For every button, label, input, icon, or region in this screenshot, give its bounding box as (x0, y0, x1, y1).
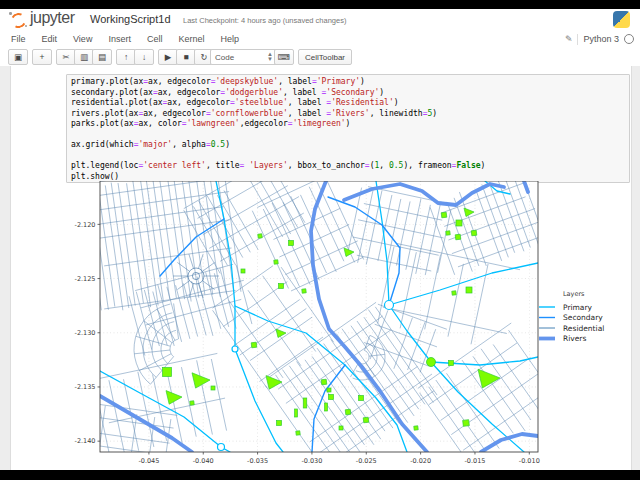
legend-label-rivers: Rivers (563, 334, 586, 343)
kernel-name: Python 3 (583, 34, 619, 44)
axes: -0.045-0.040-0.035-0.030-0.025-0.020-0.0… (75, 181, 562, 471)
y-tick-label: -2.125 (75, 275, 96, 283)
notebook-header: jupyter WorkingScript1d Last Checkpoint:… (0, 9, 640, 31)
keyboard-icon: ⌨ (278, 52, 290, 62)
menu-help[interactable]: Help (220, 34, 239, 44)
cut-cell-button[interactable]: ✂ (56, 49, 76, 65)
x-tick-label: -0.010 (519, 457, 540, 465)
cell-type-select[interactable]: Code ▲▼ (210, 49, 278, 65)
save-button[interactable]: ▣ (8, 49, 28, 65)
code-line: ax.grid(which='major', alpha=0.5) (71, 140, 629, 151)
code-line (71, 130, 629, 141)
y-tick-label: -2.135 (75, 383, 96, 391)
y-tick-label: -2.120 (75, 221, 96, 229)
code-line: primary.plot(ax=ax, edgecolor='deepskybl… (71, 77, 629, 88)
code-line (71, 151, 629, 162)
x-tick-label: -0.020 (410, 457, 431, 465)
run-cell-button[interactable]: ▶ (158, 49, 178, 65)
y-axis: -2.120-2.125-2.130-2.135-2.140 (75, 221, 100, 446)
menu-file[interactable]: File (11, 34, 26, 44)
figure-output: -0.045-0.040-0.035-0.030-0.025-0.020-0.0… (61, 181, 617, 471)
menubar: File Edit View Insert Cell Kernel Help ✎… (0, 31, 640, 48)
legend-label-secondary: Secondary (563, 313, 603, 322)
move-up-button[interactable]: ↑ (116, 49, 136, 65)
y-tick-label: -2.130 (75, 329, 96, 337)
letterbox-bottom (0, 470, 640, 480)
jupyter-logo-icon[interactable] (10, 12, 26, 28)
run-cell-icon: ▶ (165, 52, 172, 62)
interrupt-kernel-icon: ■ (183, 52, 188, 62)
edit-mode-icon: ✎ (565, 34, 573, 44)
legend-label-residential: Residential (563, 324, 604, 333)
code-lines: primary.plot(ax=ax, edgecolor='deepskybl… (67, 75, 629, 182)
restart-kernel-icon: ↻ (200, 52, 207, 62)
x-tick-label: -0.030 (301, 457, 322, 465)
copy-cell-button[interactable]: ▥ (74, 49, 94, 65)
menu-cell[interactable]: Cell (147, 34, 163, 44)
x-tick-label: -0.040 (193, 457, 214, 465)
move-up-icon: ↑ (124, 52, 128, 62)
legend: LayersPrimarySecondaryResidentialRivers (539, 290, 604, 343)
move-down-button[interactable]: ↓ (134, 49, 154, 65)
x-tick-label: -0.025 (356, 457, 377, 465)
add-cell-icon: + (40, 52, 45, 62)
menu-edit[interactable]: Edit (42, 34, 58, 44)
python-logo-icon (613, 11, 630, 28)
menubar-divider (577, 34, 578, 45)
legend-label-primary: Primary (563, 303, 593, 312)
notebook-title[interactable]: WorkingScript1d (90, 13, 171, 25)
jupyter-window: jupyter WorkingScript1d Last Checkpoint:… (0, 0, 640, 480)
move-down-icon: ↓ (142, 52, 146, 62)
cell-type-value: Code (215, 53, 234, 62)
notebook-page: primary.plot(ax=ax, edgecolor='deepskybl… (0, 66, 640, 470)
kernel-status-icon (624, 34, 634, 44)
jupyter-logo-text[interactable]: jupyter (30, 9, 75, 27)
x-tick-label: -0.015 (464, 457, 485, 465)
notebook-container: primary.plot(ax=ax, edgecolor='deepskybl… (10, 66, 632, 470)
menu-kernel[interactable]: Kernel (178, 34, 204, 44)
code-line: rivers.plot(ax=ax, edgecolor='cornflower… (71, 109, 629, 120)
toolbar: ▣+✂▥▤↑↓▶■↻ Code ▲▼ ⌨ CellToolbar (0, 47, 640, 67)
select-arrows-icon: ▲▼ (267, 52, 273, 62)
x-tick-label: -0.035 (247, 457, 268, 465)
save-icon: ▣ (14, 52, 22, 62)
code-line: parks.plot(ax=ax, color='lawngreen',edge… (71, 119, 629, 130)
x-tick-label: -0.045 (138, 457, 159, 465)
interrupt-kernel-button[interactable]: ■ (176, 49, 196, 65)
paste-cell-icon: ▤ (98, 52, 106, 62)
paste-cell-button[interactable]: ▤ (92, 49, 112, 65)
code-line: secondary.plot(ax=ax, edgecolor='dodgerb… (71, 88, 629, 99)
x-axis: -0.045-0.040-0.035-0.030-0.025-0.020-0.0… (138, 452, 539, 465)
code-line: residential.plot(ax=ax, edgecolor='steel… (71, 98, 629, 109)
checkpoint-status: Last Checkpoint: 4 hours ago (unsaved ch… (183, 16, 346, 25)
copy-cell-icon: ▥ (80, 52, 88, 62)
celltoolbar-button[interactable]: CellToolbar (298, 49, 352, 65)
add-cell-button[interactable]: + (32, 49, 52, 65)
code-cell[interactable]: primary.plot(ax=ax, edgecolor='deepskybl… (66, 74, 630, 183)
command-palette-button[interactable]: ⌨ (274, 49, 294, 65)
menu-items: File Edit View Insert Cell Kernel Help (0, 34, 239, 44)
cut-cell-icon: ✂ (62, 52, 69, 62)
y-tick-label: -2.140 (75, 437, 96, 445)
menu-insert[interactable]: Insert (108, 34, 131, 44)
letterbox-top (0, 0, 640, 9)
menu-view[interactable]: View (73, 34, 92, 44)
legend-title: Layers (563, 290, 585, 298)
code-line: plt.legend(loc='center left', title= 'La… (71, 161, 629, 172)
